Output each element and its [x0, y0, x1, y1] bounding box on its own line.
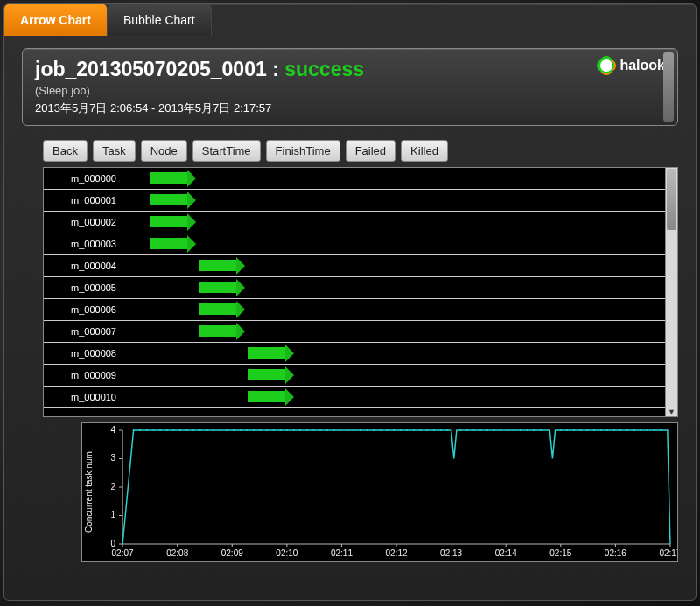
toolbar: Back Task Node StartTime FinishTime Fail…	[43, 140, 678, 162]
svg-point-56	[279, 429, 281, 431]
content-area: job_201305070205_0001 : success (Sleep j…	[4, 36, 696, 600]
svg-text:02:13: 02:13	[440, 548, 463, 558]
chart-plot-area[interactable]: 0123402:0702:0802:0902:1002:1102:1202:13…	[98, 423, 677, 561]
svg-point-49	[233, 429, 234, 431]
svg-point-87	[494, 429, 495, 431]
killed-button[interactable]: Killed	[401, 140, 448, 162]
svg-point-100	[593, 429, 595, 431]
svg-point-69	[367, 429, 368, 431]
svg-text:02:17: 02:17	[659, 548, 677, 558]
svg-text:02:07: 02:07	[112, 548, 135, 558]
gantt-body[interactable]: m_000000m_000001m_000002m_000003m_000004…	[44, 168, 665, 416]
task-button[interactable]: Task	[93, 140, 136, 162]
task-arrow-icon[interactable]	[150, 194, 187, 205]
svg-point-65	[340, 429, 341, 431]
gantt-row[interactable]: m_000009	[44, 365, 665, 387]
gantt-row-label: m_000003	[44, 233, 122, 254]
svg-point-61	[313, 429, 315, 431]
svg-point-57	[286, 429, 288, 431]
task-arrow-icon[interactable]	[199, 325, 236, 337]
job-header: job_201305070205_0001 : success (Sleep j…	[22, 48, 678, 126]
gantt-row-track	[122, 387, 665, 407]
gantt-row[interactable]: m_000000	[44, 168, 665, 190]
svg-point-81	[446, 429, 448, 431]
back-button[interactable]: Back	[43, 140, 88, 162]
svg-point-76	[413, 429, 415, 431]
svg-point-34	[133, 429, 135, 431]
svg-point-73	[393, 429, 395, 431]
svg-point-41	[179, 429, 181, 431]
header-scrollbar[interactable]	[663, 52, 674, 122]
task-arrow-icon[interactable]	[199, 260, 236, 271]
task-arrow-icon[interactable]	[199, 303, 236, 315]
svg-point-82	[459, 429, 461, 431]
svg-point-103	[613, 429, 615, 431]
gantt-row-label: m_000001	[44, 190, 122, 211]
task-arrow-icon[interactable]	[150, 238, 187, 249]
svg-point-64	[332, 429, 334, 431]
task-arrow-icon[interactable]	[150, 216, 187, 227]
svg-point-54	[266, 429, 268, 431]
scroll-thumb[interactable]	[667, 169, 676, 230]
task-arrow-icon[interactable]	[248, 347, 285, 359]
gantt-row-label: m_000005	[44, 277, 122, 298]
job-status: success	[284, 58, 364, 80]
svg-point-43	[192, 429, 194, 431]
svg-point-42	[186, 429, 188, 431]
task-arrow-icon[interactable]	[199, 282, 236, 293]
gantt-row-track	[122, 321, 665, 342]
finishtime-button[interactable]: FinishTime	[266, 140, 340, 162]
gantt-row[interactable]: m_000003	[44, 233, 665, 255]
svg-point-96	[566, 429, 568, 431]
svg-point-37	[152, 429, 154, 431]
svg-point-71	[380, 429, 382, 431]
gantt-row-track	[122, 365, 665, 386]
svg-text:2: 2	[110, 482, 116, 491]
gantt-scrollbar[interactable]: ▲ ▼	[665, 168, 677, 416]
gantt-row[interactable]: m_000001	[44, 190, 665, 212]
gantt-row-label: m_000002	[44, 212, 122, 233]
gantt-row-label: m_000009	[44, 365, 122, 386]
svg-point-36	[146, 429, 148, 431]
gantt-row[interactable]: m_000006	[44, 299, 665, 321]
svg-point-66	[346, 429, 348, 431]
svg-point-90	[513, 429, 514, 431]
gantt-row[interactable]: m_000004	[44, 255, 665, 277]
svg-point-50	[240, 429, 242, 431]
scroll-down-icon[interactable]: ▼	[666, 407, 677, 416]
svg-point-75	[406, 429, 408, 431]
gantt-row-track	[122, 343, 665, 364]
gantt-row[interactable]: m_000005	[44, 277, 665, 299]
gantt-row[interactable]: m_000008	[44, 343, 665, 365]
node-button[interactable]: Node	[141, 140, 187, 162]
task-arrow-icon[interactable]	[248, 391, 285, 402]
svg-point-109	[654, 429, 655, 431]
job-timerange: 2013年5月7日 2:06:54 - 2013年5月7日 2:17:57	[35, 101, 665, 116]
svg-point-89	[507, 429, 508, 431]
gantt-row[interactable]: m_000007	[44, 321, 665, 343]
tab-bubble-chart[interactable]: Bubble Chart	[108, 4, 212, 36]
svg-text:02:15: 02:15	[550, 548, 572, 558]
gantt-row-label: m_000000	[44, 168, 122, 189]
title-separator: :	[267, 58, 284, 80]
svg-point-53	[260, 429, 262, 431]
svg-text:02:16: 02:16	[605, 548, 627, 558]
svg-text:02:14: 02:14	[495, 548, 518, 558]
gantt-row-label: m_000006	[44, 299, 122, 320]
svg-point-55	[273, 429, 275, 431]
svg-point-38	[159, 429, 161, 431]
tab-arrow-chart[interactable]: Arrow Chart	[4, 4, 108, 36]
task-arrow-icon[interactable]	[248, 369, 285, 380]
svg-point-99	[586, 429, 588, 431]
svg-text:02:12: 02:12	[385, 548, 408, 558]
starttime-button[interactable]: StartTime	[192, 140, 261, 162]
task-arrow-icon[interactable]	[150, 172, 187, 184]
svg-text:0: 0	[110, 539, 116, 548]
gantt-row-label: m_000007	[44, 321, 122, 342]
svg-point-106	[634, 429, 635, 431]
svg-text:1: 1	[110, 511, 116, 520]
svg-point-108	[647, 429, 648, 431]
gantt-row[interactable]: m_000002	[44, 212, 665, 233]
gantt-row[interactable]: m_000010	[44, 387, 665, 408]
failed-button[interactable]: Failed	[346, 140, 396, 162]
